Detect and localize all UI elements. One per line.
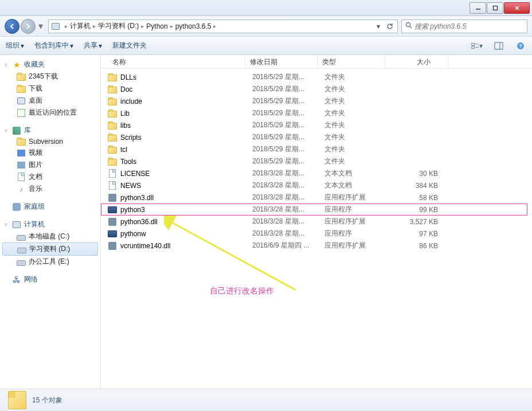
- content-pane: 名称 修改日期 类型 大小 DLLs2018/5/29 星期...文件夹Doc2…: [101, 55, 532, 389]
- column-header-name[interactable]: 名称: [101, 55, 245, 68]
- organize-menu[interactable]: 组织 ▾: [6, 41, 24, 50]
- sidebar-network[interactable]: 🖧网络: [0, 273, 100, 285]
- back-button[interactable]: [5, 19, 19, 34]
- breadcrumb[interactable]: ▸ 计算机 ▸ 学习资料 (D:) ▸ Python ▸ python3.6.5…: [48, 19, 398, 33]
- folder-icon: [16, 138, 26, 145]
- breadcrumb-dropdown[interactable]: ▾: [373, 21, 384, 32]
- forward-button[interactable]: [21, 19, 36, 34]
- file-name: vcruntime140.dll: [120, 242, 170, 250]
- file-row[interactable]: Tools2018/5/29 星期...文件夹: [101, 155, 532, 167]
- column-header-type[interactable]: 类型: [318, 55, 385, 68]
- doc-icon: [108, 169, 117, 178]
- file-type: 应用程序: [324, 205, 392, 214]
- sidebar-item-downloads[interactable]: 下载: [0, 83, 100, 95]
- sidebar-item-music[interactable]: ♪音乐: [0, 183, 100, 195]
- file-type: 文件夹: [324, 72, 392, 82]
- breadcrumb-item[interactable]: 计算机: [70, 21, 91, 31]
- sidebar-item-pictures[interactable]: 图片: [0, 159, 100, 171]
- file-row[interactable]: NEWS2018/3/28 星期...文本文档384 KB: [101, 179, 532, 191]
- desktop-icon: [16, 97, 26, 104]
- sidebar-libraries[interactable]: ▿库: [0, 124, 100, 136]
- file-name: python3: [120, 206, 145, 214]
- file-row[interactable]: Doc2018/5/29 星期...文件夹: [101, 83, 532, 95]
- file-row[interactable]: Scripts2018/5/29 星期...文件夹: [101, 131, 532, 143]
- file-row[interactable]: tcl2018/5/29 星期...文件夹: [101, 143, 532, 155]
- sidebar-item-subversion[interactable]: Subversion: [0, 136, 100, 147]
- sidebar-computer[interactable]: ▿计算机: [0, 218, 100, 230]
- gear-icon: [108, 241, 117, 250]
- library-icon: [11, 127, 22, 135]
- share-menu[interactable]: 共享 ▾: [84, 41, 102, 50]
- file-type: 文件夹: [324, 144, 392, 154]
- include-in-library-menu[interactable]: 包含到库中 ▾: [34, 41, 73, 50]
- help-button[interactable]: ?: [515, 40, 526, 52]
- file-row[interactable]: python3.dll2018/3/28 星期...应用程序扩展58 KB: [101, 191, 532, 203]
- chevron-right-icon: ▸: [213, 23, 216, 29]
- file-name: Scripts: [120, 134, 142, 142]
- file-date: 2018/3/28 星期...: [252, 169, 324, 178]
- file-row[interactable]: vcruntime140.dll2016/6/9 星期四 ...应用程序扩展86…: [101, 240, 532, 252]
- new-folder-button[interactable]: 新建文件夹: [112, 41, 147, 50]
- sidebar-item-documents[interactable]: 文档: [0, 171, 100, 183]
- folder-icon: [16, 73, 26, 80]
- preview-pane-button[interactable]: [493, 40, 504, 52]
- file-date: 2018/5/29 星期...: [252, 84, 324, 94]
- chevron-right-icon: ▸: [65, 23, 68, 29]
- drive-icon: [17, 246, 27, 252]
- view-options-button[interactable]: ▾: [471, 40, 483, 52]
- breadcrumb-item[interactable]: Python: [146, 22, 167, 30]
- folder-icon: [108, 133, 117, 142]
- exe-icon: [108, 229, 117, 238]
- maximize-button[interactable]: [487, 2, 503, 14]
- minimize-button[interactable]: [470, 2, 486, 14]
- address-row: ▾ ▸ 计算机 ▸ 学习资料 (D:) ▸ Python ▸ python3.6…: [0, 16, 532, 37]
- close-button[interactable]: [504, 2, 530, 14]
- file-row[interactable]: LICENSE2018/3/28 星期...文本文档30 KB: [101, 167, 532, 179]
- sidebar-favorites[interactable]: ▿★收藏夹: [0, 58, 100, 71]
- file-name: pythonw: [120, 230, 146, 238]
- breadcrumb-item[interactable]: python3.6.5: [175, 22, 212, 30]
- nav-buttons: ▾: [5, 19, 45, 34]
- sidebar-item-recent[interactable]: 最近访问的位置: [0, 107, 100, 119]
- file-row[interactable]: python36.dll2018/3/28 星期...应用程序扩展3,527 K…: [101, 216, 532, 228]
- svg-point-4: [406, 23, 410, 27]
- refresh-button[interactable]: [385, 21, 395, 32]
- drive-icon: [16, 234, 26, 240]
- file-type: 应用程序扩展: [324, 193, 392, 202]
- gear-icon: [108, 193, 117, 202]
- svg-rect-7: [472, 46, 475, 48]
- file-date: 2018/5/29 星期...: [252, 120, 324, 130]
- folder-icon: [108, 145, 117, 154]
- breadcrumb-item[interactable]: 学习资料 (D:): [98, 21, 139, 31]
- sidebar-item-videos[interactable]: 视频: [0, 147, 100, 159]
- file-date: 2018/3/28 星期...: [252, 217, 324, 226]
- title-bar: [0, 0, 532, 16]
- search-box[interactable]: [401, 19, 527, 33]
- file-row[interactable]: Lib2018/5/29 星期...文件夹: [101, 107, 532, 119]
- toolbar: 组织 ▾ 包含到库中 ▾ 共享 ▾ 新建文件夹 ▾ ?: [0, 37, 532, 55]
- document-icon: [16, 173, 26, 181]
- svg-line-5: [410, 26, 412, 28]
- column-header-size[interactable]: 大小: [385, 55, 448, 68]
- sidebar-item-drive-e[interactable]: 办公工具 (E:): [0, 256, 100, 268]
- search-input[interactable]: [414, 22, 523, 30]
- file-row[interactable]: python32018/3/28 星期...应用程序99 KB: [101, 203, 527, 216]
- file-row[interactable]: libs2018/5/29 星期...文件夹: [101, 119, 532, 131]
- nav-history-dropdown[interactable]: ▾: [37, 21, 45, 32]
- file-row[interactable]: DLLs2018/5/29 星期...文件夹: [101, 71, 532, 83]
- file-row[interactable]: pythonw2018/3/28 星期...应用程序97 KB: [101, 228, 532, 240]
- file-size: 384 KB: [392, 182, 455, 190]
- sidebar-item-2345download[interactable]: 2345下载: [0, 71, 100, 83]
- file-name: Tools: [120, 158, 136, 166]
- sidebar-homegroup[interactable]: 家庭组: [0, 201, 100, 213]
- file-name: DLLs: [120, 73, 136, 81]
- sidebar-item-desktop[interactable]: 桌面: [0, 95, 100, 107]
- file-size: 99 KB: [392, 206, 455, 214]
- sidebar-item-drive-d[interactable]: 学习资料 (D:): [2, 242, 98, 256]
- file-row[interactable]: include2018/5/29 星期...文件夹: [101, 95, 532, 107]
- column-headers: 名称 修改日期 类型 大小: [101, 55, 532, 69]
- column-header-date[interactable]: 修改日期: [245, 55, 318, 68]
- sidebar-item-drive-c[interactable]: 本地磁盘 (C:): [0, 230, 100, 242]
- folder-icon: [108, 157, 117, 166]
- file-name: Doc: [120, 85, 132, 93]
